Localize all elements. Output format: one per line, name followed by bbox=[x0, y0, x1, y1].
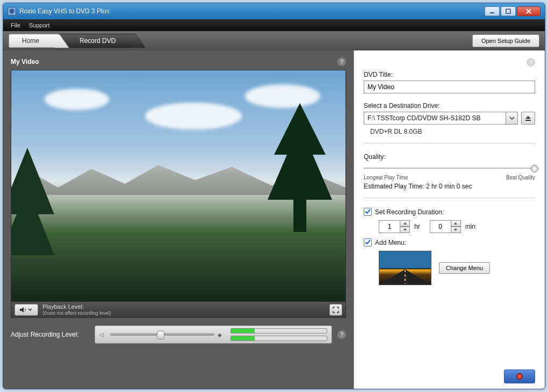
adjust-help-icon[interactable]: ? bbox=[337, 330, 346, 339]
volume-low-icon: ◁ bbox=[99, 332, 107, 338]
window-title: Roxio Easy VHS to DVD 3 Plus bbox=[19, 8, 484, 15]
adjust-recording-panel: ◁ ◆ bbox=[95, 325, 332, 344]
minutes-up-button[interactable] bbox=[451, 220, 461, 227]
nav-home-label: Home bbox=[22, 37, 39, 45]
dest-drive-label: Select a Destination Drive: bbox=[364, 102, 535, 110]
change-menu-button[interactable]: Change Menu bbox=[439, 262, 490, 274]
dvd-title-label: DVD Title: bbox=[364, 71, 535, 78]
eject-button[interactable] bbox=[521, 112, 535, 125]
dest-drive-select[interactable]: F:\ TSSTcorp CD/DVDW SH-S182D SB bbox=[364, 112, 506, 125]
media-info: DVD+R DL 8.0GB bbox=[370, 128, 535, 135]
close-button[interactable] bbox=[517, 6, 540, 16]
fullscreen-icon bbox=[333, 307, 339, 313]
menubar: File Support bbox=[3, 19, 545, 31]
playback-level-note: (Does not affect recording level) bbox=[42, 310, 111, 316]
quality-label: Quality: bbox=[364, 153, 535, 161]
minutes-unit: min bbox=[465, 223, 475, 230]
video-preview bbox=[11, 70, 345, 301]
svg-rect-1 bbox=[506, 9, 510, 13]
speaker-icon bbox=[19, 307, 27, 313]
adjust-recording-label: Adjust Recording Level: bbox=[11, 331, 91, 338]
menu-file[interactable]: File bbox=[6, 19, 25, 31]
playback-bar: Playback Level: (Does not affect recordi… bbox=[11, 301, 345, 317]
hours-up-button[interactable] bbox=[400, 220, 410, 227]
playback-level-label: Playback Level: bbox=[42, 303, 111, 310]
menu-thumbnail bbox=[379, 251, 431, 285]
chevron-down-icon bbox=[28, 307, 32, 313]
app-window: Roxio Easy VHS to DVD 3 Plus File Suppor… bbox=[3, 3, 545, 389]
chevron-down-icon bbox=[509, 115, 515, 121]
settings-help-icon[interactable]: ? bbox=[527, 58, 535, 67]
fullscreen-button[interactable] bbox=[329, 304, 342, 316]
preview-title: My Video bbox=[11, 58, 337, 66]
quality-min-label: Longest Play Time bbox=[364, 175, 408, 180]
volume-high-icon: ◆ bbox=[218, 332, 225, 338]
dest-drive-dropdown-button[interactable] bbox=[506, 112, 518, 125]
quality-slider[interactable] bbox=[364, 164, 535, 173]
app-icon bbox=[8, 7, 16, 16]
toolbar: Home Record DVD Open Setup Guide bbox=[3, 31, 545, 50]
open-setup-guide-button[interactable]: Open Setup Guide bbox=[472, 34, 539, 47]
eject-icon bbox=[525, 115, 531, 121]
check-icon bbox=[365, 209, 371, 215]
dvd-title-input[interactable] bbox=[364, 81, 535, 93]
duration-minutes-input[interactable] bbox=[430, 220, 451, 233]
add-menu-label: Add Menu: bbox=[375, 239, 406, 246]
preview-panel: My Video ? Playback Level: bbox=[3, 50, 354, 389]
add-menu-checkbox[interactable] bbox=[364, 238, 372, 246]
record-button[interactable] bbox=[504, 369, 535, 383]
nav-record-tab[interactable]: Record DVD bbox=[57, 34, 134, 48]
preview-help-icon[interactable]: ? bbox=[337, 57, 346, 66]
set-duration-label: Set Recording Duration: bbox=[375, 208, 444, 216]
minutes-down-button[interactable] bbox=[451, 227, 461, 233]
set-duration-checkbox[interactable] bbox=[364, 208, 372, 216]
level-meter-left bbox=[230, 328, 327, 333]
quality-slider-thumb[interactable] bbox=[531, 165, 538, 172]
menu-support[interactable]: Support bbox=[25, 19, 54, 31]
nav-home-tab[interactable]: Home bbox=[9, 34, 57, 48]
check-icon bbox=[365, 239, 371, 245]
video-preview-frame: Playback Level: (Does not affect recordi… bbox=[11, 70, 346, 318]
quality-max-label: Best Quality bbox=[506, 175, 535, 180]
nav-record-label: Record DVD bbox=[80, 37, 116, 45]
svg-rect-0 bbox=[490, 12, 494, 13]
titlebar: Roxio Easy VHS to DVD 3 Plus bbox=[3, 3, 545, 19]
speaker-toggle-button[interactable] bbox=[15, 304, 38, 316]
maximize-button[interactable] bbox=[501, 6, 516, 16]
settings-panel: ? DVD Title: Select a Destination Drive:… bbox=[354, 50, 545, 389]
dest-drive-value: F:\ TSSTcorp CD/DVDW SH-S182D SB bbox=[367, 114, 481, 122]
recording-level-slider[interactable] bbox=[110, 333, 214, 336]
recording-level-thumb[interactable] bbox=[157, 331, 164, 339]
level-meter-right bbox=[230, 336, 327, 341]
minimize-button[interactable] bbox=[485, 6, 500, 16]
record-icon bbox=[516, 373, 523, 380]
level-meters bbox=[230, 328, 327, 341]
duration-hours-input[interactable] bbox=[379, 220, 400, 233]
estimated-play-time: Estimated Play Time: 2 hr 0 min 0 sec bbox=[364, 183, 535, 190]
hours-down-button[interactable] bbox=[400, 227, 410, 233]
hours-unit: hr bbox=[414, 223, 420, 230]
